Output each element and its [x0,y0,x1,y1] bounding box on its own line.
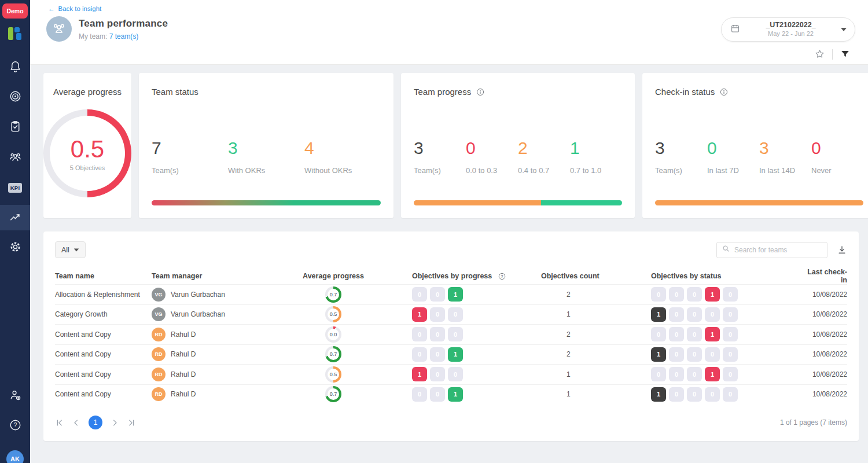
stat-label: With OKRs [228,166,304,175]
last-checkin: 10/08/2022 [806,370,847,379]
status-badge: 0 [705,347,720,362]
manager-name: Rahul D [171,390,196,398]
col-objectives-by-progress[interactable]: Objectives by progress? [412,272,541,281]
last-checkin: 10/08/2022 [806,330,847,339]
team-progress-bar [414,200,622,205]
status-badge: 0 [669,367,684,381]
team-name[interactable]: Content and Copy [55,390,152,398]
team-name[interactable]: Category Growth [55,310,152,318]
svg-text:?: ? [13,421,17,428]
col-team-name[interactable]: Team name [55,272,152,280]
card-team-status: Team status 7Team(s) 3With OKRs 4Without… [139,73,393,218]
page-title: Team performance [79,18,168,30]
page-header: ← Back to insight Team performance My te… [30,0,868,65]
manager-avatar: VG [152,307,165,321]
status-badge: 1 [651,387,666,402]
first-page-button[interactable] [55,418,64,427]
progress-gauge: 0.7 [325,386,341,402]
prev-page-button[interactable] [72,418,80,427]
checkin-status-bar [655,200,863,205]
progress-badge: 0 [430,287,445,302]
status-badge: 0 [669,307,684,322]
download-icon[interactable] [837,245,847,255]
status-badge: 1 [705,287,720,302]
card-title: Check-in status [655,87,715,97]
sidebar-item-kpi[interactable]: KPI [0,175,30,200]
average-progress-caption: 5 Objectives [70,164,105,171]
col-objectives-count[interactable]: Objectives count [541,272,651,280]
col-objectives-by-status[interactable]: Objectives by status [651,272,806,280]
info-icon[interactable] [719,87,729,97]
clipboard-check-icon [9,120,22,135]
sidebar-item-tasks[interactable] [0,115,30,140]
objectives-count: 2 [541,330,651,339]
progress-badge: 0 [448,367,463,381]
manager-avatar: RD [152,368,165,381]
table-header-row: Team name Team manager Average progress … [55,268,847,284]
manager-name: Varun Gurbachan [171,310,225,318]
card-team-progress: Team progress 3Team(s) 00.0 to 0.3 20.4 … [401,73,635,218]
progress-badge: 1 [448,387,463,402]
search-input[interactable] [734,246,822,254]
teams-count-link[interactable]: 7 team(s) [109,32,139,41]
team-name[interactable]: Content and Copy [55,330,152,339]
progress-gauge: 0.5 [325,366,341,383]
last-page-button[interactable] [127,418,136,427]
table-row[interactable]: Content and Copy RDRahul D 0.5 1 0 0 1 0… [55,364,847,384]
status-badge: 0 [705,307,720,322]
sidebar-item-help[interactable]: ? [0,413,30,439]
back-to-insight-link[interactable]: ← Back to insight [48,5,101,12]
team-name[interactable]: Allocation & Replenishment [55,291,152,299]
status-badge: 0 [651,287,666,302]
next-page-button[interactable] [111,418,119,427]
stat-value: 7 [152,138,228,158]
app-logo-icon[interactable] [8,27,22,41]
manager-avatar: RD [152,347,165,361]
current-page-button[interactable]: 1 [89,416,102,429]
table-row[interactable]: Category Growth VGVarun Gurbachan 0.5 1 … [55,304,847,325]
status-badge: 0 [651,327,666,341]
manager-avatar: VG [152,288,165,302]
search-box [716,242,827,258]
team-name[interactable]: Content and Copy [55,370,152,379]
status-badge: 0 [687,327,702,341]
status-badge: 0 [669,387,684,402]
stat-label: 0.4 to 0.7 [518,166,570,175]
col-team-manager[interactable]: Team manager [152,272,255,280]
sidebar-item-goals[interactable] [0,84,30,110]
user-avatar[interactable]: AK [6,450,24,463]
sidebar-item-settings[interactable] [0,235,30,260]
progress-badge: 0 [412,327,427,341]
filter-icon[interactable] [840,49,851,60]
table-row[interactable]: Allocation & Replenishment VGVarun Gurba… [55,284,847,304]
stat-value: 3 [759,138,811,158]
sidebar-item-invite[interactable] [0,383,30,409]
col-average-progress[interactable]: Average progress [255,272,412,280]
progress-gauge: 0.7 [325,286,341,303]
progress-badge: 1 [412,367,427,381]
filter-all-dropdown[interactable]: All [55,241,86,258]
table-row[interactable]: Content and Copy RDRahul D 0.0 0 0 0 2 0… [55,324,847,344]
manager-name: Varun Gurbachan [171,291,225,299]
status-badge: 0 [651,367,666,381]
col-last-checkin[interactable]: Last check-in [806,268,847,284]
chevron-down-icon [841,28,847,31]
sidebar-item-teams[interactable] [0,145,30,170]
period-selector[interactable]: _UT21022022_ May 22 - Jun 22 [721,17,855,42]
star-icon[interactable] [814,49,825,60]
info-icon[interactable] [476,87,485,97]
status-badge: 0 [723,327,738,341]
progress-badge: 1 [448,347,463,362]
table-row[interactable]: Content and Copy RDRahul D 0.7 0 0 1 2 1… [55,344,847,365]
kpi-icon: KPI [8,183,23,193]
progress-gauge: 0.0 [325,326,341,343]
table-row[interactable]: Content and Copy RDRahul D 0.7 0 0 1 1 1… [55,384,847,405]
sidebar-item-insights[interactable] [0,205,30,230]
stat-value: 0 [707,138,759,158]
question-circle-icon[interactable]: ? [498,272,506,281]
objectives-count: 1 [541,310,651,318]
person-add-icon [9,388,22,404]
sidebar-item-notifications[interactable] [0,54,30,80]
status-badge: 0 [723,347,738,362]
team-name[interactable]: Content and Copy [55,350,152,358]
